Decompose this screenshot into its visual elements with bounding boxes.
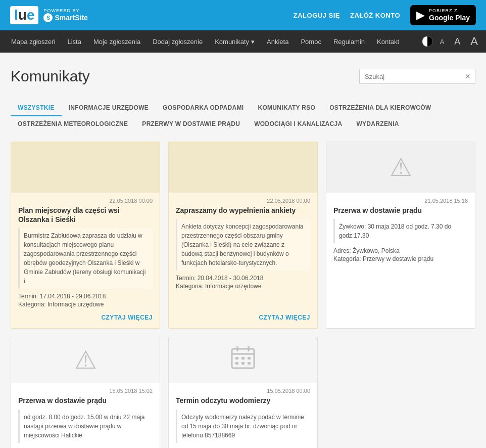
- card-1-term: Termin: 17.04.2018 - 29.06.2018: [18, 293, 153, 300]
- card-1-image: [11, 142, 160, 193]
- warning-icon: ⚠: [390, 153, 412, 182]
- card-2-read-more[interactable]: CZYTAJ WIĘCEJ: [176, 309, 310, 321]
- smartsite-icon: S: [43, 13, 53, 22]
- login-link[interactable]: ZALOGUJ SIĘ: [294, 12, 340, 19]
- card-2-date: 22.05.2018 00:00: [176, 198, 310, 204]
- card-przerwa-2: ⚠ 15.05.2018 15:02 Przerwa w dostawie pr…: [11, 337, 160, 448]
- card-2-image: [169, 142, 317, 193]
- card-3-image: ⚠: [326, 142, 475, 193]
- nav-ankieta[interactable]: Ankieta: [261, 30, 295, 53]
- header-left: lue POWERED BY S SmartSite: [10, 6, 88, 24]
- font-medium-button[interactable]: A: [451, 35, 463, 48]
- card-5-excerpt: Odczyty wodomierzy należy podać w termin…: [176, 410, 310, 443]
- search-clear-button[interactable]: ✕: [461, 69, 475, 83]
- svg-rect-8: [241, 362, 245, 365]
- tab-przerwy[interactable]: PRZERWY W DOSTAWIE PRĄDU: [135, 116, 247, 131]
- tab-informacje[interactable]: INFORMACJE URZĘDOWE: [62, 100, 156, 116]
- nav-dodaj[interactable]: Dodaj zgłoszenie: [147, 30, 209, 53]
- card-wodomierze: 15.05.2018 00:00 Termin odczytu wodomier…: [168, 337, 318, 448]
- nav-komunikaty[interactable]: Komunikaty ▾: [209, 30, 261, 53]
- page-title: Komunikaty: [11, 68, 90, 85]
- card-2-term: Termin: 20.04.2018 - 30.06.2018: [176, 275, 310, 282]
- card-plan-miejscowy: 22.05.2018 00:00 Plan miejscowy dla częś…: [11, 142, 160, 329]
- play-icon: ▶: [416, 9, 425, 22]
- page-header: Komunikaty ✕: [11, 68, 475, 85]
- cards-grid-row2: ⚠ 15.05.2018 15:02 Przerwa w dostawie pr…: [11, 337, 475, 448]
- powered-by: POWERED BY S SmartSite: [43, 8, 87, 22]
- logo-box: lue: [10, 6, 38, 24]
- card-5-title[interactable]: Termin odczytu wodomierzy: [176, 396, 310, 405]
- smartsite-label: S SmartSite: [43, 13, 87, 22]
- google-play-button[interactable]: ▶ POBIERZ Z Google Play: [410, 5, 476, 25]
- tabs-row-2: OSTRZEŻENIA METEOROLOGICZNE PRZERWY W DO…: [11, 116, 475, 131]
- card-2-category: Kategoria: Informacje urzędowe: [176, 283, 310, 290]
- card-1-excerpt: Burmistrz Zabłudowa zaprasza do udziału …: [18, 228, 153, 289]
- card-5-body: 15.05.2018 00:00 Termin odczytu wodomier…: [169, 383, 317, 448]
- card-4-date: 15.05.2018 15:02: [18, 388, 153, 394]
- card-4-image: ⚠: [11, 337, 160, 383]
- cards-grid-row1: 22.05.2018 00:00 Plan miejscowy dla częś…: [11, 142, 475, 329]
- calendar-icon: [230, 345, 256, 376]
- font-large-button[interactable]: A: [467, 34, 481, 49]
- search-box: ✕: [359, 69, 475, 84]
- tab-wszystkie[interactable]: WSZYSTKIE: [11, 100, 62, 116]
- tab-komunikaty-rso[interactable]: KOMUNIKATY RSO: [251, 100, 322, 116]
- font-small-button[interactable]: A: [437, 37, 448, 47]
- dropdown-arrow: ▾: [251, 38, 255, 46]
- card-1-title[interactable]: Plan miejscowy dla części wsi Olszanka i…: [18, 206, 153, 224]
- warning-icon-2: ⚠: [74, 345, 97, 375]
- google-play-text: POBIERZ Z Google Play: [429, 8, 470, 22]
- category-tabs: WSZYSTKIE INFORMACJE URZĘDOWE GOSPODARKA…: [11, 100, 475, 131]
- logo-text: lue: [14, 8, 34, 22]
- nav-lista[interactable]: Lista: [61, 30, 87, 53]
- svg-rect-6: [248, 357, 251, 360]
- header-right: ZALOGUJ SIĘ ZAŁÓŻ KONTO ▶ POBIERZ Z Goog…: [294, 5, 476, 25]
- card-2-excerpt: Ankieta dotyczy koncepcji zagospodarowan…: [176, 219, 310, 271]
- card-1-body: 22.05.2018 00:00 Plan miejscowy dla częś…: [11, 193, 160, 328]
- svg-rect-7: [235, 362, 238, 365]
- card-3-title[interactable]: Przerwa w dostawie prądu: [333, 206, 468, 215]
- search-input[interactable]: [360, 70, 461, 83]
- main-content: Komunikaty ✕ WSZYSTKIE INFORMACJE URZĘDO…: [1, 53, 485, 448]
- card-1-date: 22.05.2018 00:00: [18, 198, 153, 204]
- card-3-category: Kategoria: Przerwy w dostawie prądu: [333, 255, 468, 262]
- card-3-address: Adres: Żywkowo, Polska: [333, 247, 468, 254]
- svg-rect-5: [241, 357, 245, 360]
- powered-by-label: POWERED BY: [43, 8, 87, 13]
- header: lue POWERED BY S SmartSite ZALOGUJ SIĘ Z…: [0, 0, 486, 30]
- card-5-image: [169, 337, 317, 383]
- contrast-button[interactable]: [422, 36, 433, 47]
- tab-ostrzezenia-met[interactable]: OSTRZEŻENIA METEOROLOGICZNE: [11, 116, 135, 131]
- nav-mapa[interactable]: Mapa zgłoszeń: [5, 30, 61, 53]
- card-3-body: 21.05.2018 15:16 Przerwa w dostawie prąd…: [326, 193, 475, 328]
- card-przerwa-1: ⚠ 21.05.2018 15:16 Przerwa w dostawie pr…: [326, 142, 475, 329]
- nav-regulamin[interactable]: Regulamin: [327, 30, 371, 53]
- nav-pomoc[interactable]: Pomoc: [295, 30, 327, 53]
- card-2-title[interactable]: Zapraszamy do wypełnienia ankiety: [176, 206, 310, 215]
- card-4-body: 15.05.2018 15:02 Przerwa w dostawie prąd…: [11, 383, 160, 448]
- card-3-excerpt: Żywkowo: 30 maja 2018 od godz. 7.30 do g…: [333, 219, 468, 243]
- card-4-excerpt: od godz. 8.00 do godz. 15.00 w dniu 22 m…: [18, 410, 153, 443]
- tab-wodociagi[interactable]: WODOCIĄGI I KANALIZACJA: [247, 116, 349, 131]
- card-5-date: 15.05.2018 00:00: [176, 388, 310, 394]
- card-ankieta: 22.05.2018 00:00 Zapraszamy do wypełnien…: [168, 142, 318, 329]
- card-1-read-more[interactable]: CZYTAJ WIĘCEJ: [18, 309, 153, 321]
- main-nav: Mapa zgłoszeń Lista Moje zgłoszenia Doda…: [0, 30, 486, 53]
- svg-rect-4: [235, 357, 238, 360]
- nav-kontakt[interactable]: Kontakt: [371, 30, 405, 53]
- card-1-category: Kategoria: Informacje urzędowe: [18, 301, 153, 308]
- nav-moje[interactable]: Moje zgłoszenia: [87, 30, 147, 53]
- svg-rect-9: [248, 362, 251, 365]
- card-3-date: 21.05.2018 15:16: [333, 198, 468, 204]
- card-4-title[interactable]: Przerwa w dostawie prądu: [18, 396, 153, 405]
- tabs-row-1: WSZYSTKIE INFORMACJE URZĘDOWE GOSPODARKA…: [11, 100, 475, 116]
- accessibility-controls: A A A: [422, 34, 481, 49]
- tab-ostrzezenia-kierowcow[interactable]: OSTRZEŻENIA DLA KIEROWCÓW: [322, 100, 438, 116]
- tab-wydarzenia[interactable]: WYDARZENIA: [349, 116, 406, 131]
- card-2-body: 22.05.2018 00:00 Zapraszamy do wypełnien…: [169, 193, 317, 328]
- register-link[interactable]: ZAŁÓŻ KONTO: [350, 12, 400, 19]
- tab-gospodarka[interactable]: GOSPODARKA ODPADAMI: [156, 100, 251, 116]
